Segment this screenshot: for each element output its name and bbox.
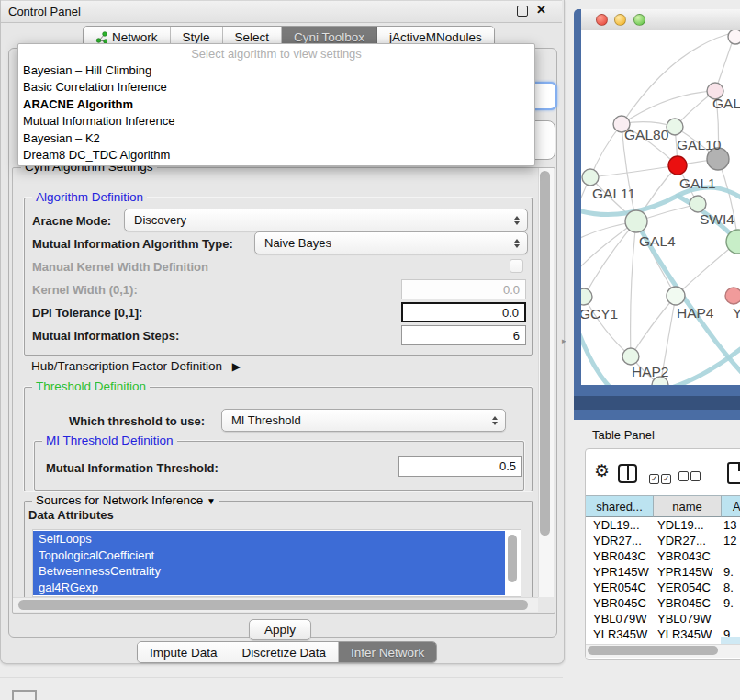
tab-label: Cyni Toolbox: [294, 30, 364, 44]
network-window-frame-navy-band: [574, 396, 740, 410]
column-header-shared-name[interactable]: shared...: [586, 495, 654, 517]
table-row[interactable]: YDR27...YDR27...12: [586, 533, 740, 548]
mi-steps-field[interactable]: 6: [401, 325, 526, 345]
splitter-handle-icon[interactable]: ▸: [562, 336, 566, 345]
hub-transcription-label: Hub/Transcription Factor Definition: [31, 359, 222, 373]
network-node-gal4[interactable]: [625, 210, 647, 232]
bottom-divider: [0, 677, 563, 678]
table-panel-title: Table Panel: [592, 428, 655, 442]
network-node-swi4[interactable]: [690, 196, 706, 212]
table-horizontal-scrollbar-thumb[interactable]: [588, 646, 718, 655]
table-cell: YPR145W: [586, 565, 654, 579]
mi-threshold-field[interactable]: 0.5: [398, 456, 522, 477]
network-node-gal1[interactable]: [668, 156, 687, 175]
tab-label: Network: [112, 30, 158, 44]
network-window-titlebar[interactable]: [581, 9, 740, 31]
dropdown-item-dream8[interactable]: Dream8 DC_TDC Algorithm: [18, 147, 534, 164]
table-row[interactable]: YBR045CYBR045C9.: [586, 595, 740, 611]
hub-transcription-section-toggle[interactable]: Hub/Transcription Factor Definition ▶: [31, 359, 241, 373]
attribute-list-item[interactable]: gal4RGexp: [33, 580, 505, 596]
data-attributes-label: Data Attributes: [28, 508, 114, 522]
tab-label: Impute Data: [150, 646, 218, 660]
apply-button[interactable]: Apply: [249, 619, 311, 640]
network-node-label: GAL11: [592, 186, 635, 201]
float-icon[interactable]: [517, 6, 528, 17]
split-columns-icon[interactable]: [618, 464, 637, 483]
bottom-left-partial-window-icon[interactable]: [12, 690, 37, 700]
network-node-salmon[interactable]: [725, 288, 740, 304]
dropdown-item-bayesian-hill-climbing[interactable]: Bayesian – Hill Climbing: [18, 62, 534, 79]
network-node-hap2[interactable]: [622, 348, 639, 365]
table-row[interactable]: YER054CYER054C8.: [586, 580, 740, 595]
attribute-list-item[interactable]: BetweennessCentrality: [33, 563, 505, 580]
column-header-name[interactable]: name: [654, 495, 722, 517]
network-edge: [631, 296, 676, 356]
table-cell: YDR27...: [586, 534, 654, 548]
network-node-top-partial[interactable]: [728, 30, 740, 44]
control-panel-title: Control Panel: [8, 5, 81, 18]
network-node-hap4[interactable]: [667, 287, 685, 305]
algorithm-definition-title: Algorithm Definition: [32, 190, 147, 204]
tab-discretize-data[interactable]: Discretize Data: [230, 642, 340, 662]
kernel-width-field[interactable]: 0.0: [401, 279, 526, 299]
manual-kernel-label: Manual Kernel Width Definition: [32, 260, 208, 274]
network-window-frame-left: [574, 9, 581, 420]
mi-threshold-label: Mutual Information Threshold:: [46, 461, 219, 475]
network-icon: [95, 31, 107, 43]
select-none-unchecked-icon[interactable]: [678, 469, 701, 485]
select-all-checked-icon[interactable]: ✓✓: [649, 469, 671, 485]
table-row[interactable]: YBR043CYBR043C: [586, 548, 740, 564]
table-cell: YBR045C: [586, 596, 654, 610]
stepper-arrows-icon: [514, 216, 520, 225]
attribute-list-item[interactable]: SelfLoops: [33, 531, 505, 548]
table-cell: YLR345W: [654, 627, 722, 641]
zoom-traffic-light-icon[interactable]: [633, 14, 645, 26]
aracne-mode-combo[interactable]: Discovery: [124, 209, 528, 231]
attribute-list-item[interactable]: TopologicalCoefficient: [33, 548, 505, 564]
network-node-gal10[interactable]: [667, 119, 683, 135]
minimize-traffic-light-icon[interactable]: [614, 14, 626, 26]
table-cell: YDL19...: [586, 518, 654, 532]
tab-impute-data[interactable]: Impute Data: [138, 642, 230, 662]
which-threshold-combo[interactable]: MI Threshold: [221, 409, 506, 432]
network-node-label: GAL80: [624, 127, 669, 142]
table-cell: YDR27...: [654, 534, 722, 548]
table-cell: 9.: [722, 596, 740, 610]
chevron-down-icon: ▼: [207, 496, 216, 506]
table-cell: YER054C: [586, 581, 654, 594]
document-icon[interactable]: [727, 462, 740, 484]
table-row[interactable]: YDL19...YDL19...13: [586, 517, 740, 533]
close-icon[interactable]: ✕: [536, 3, 546, 17]
dropdown-item-basic-correlation[interactable]: Basic Correlation Inference: [18, 79, 534, 96]
settings-vertical-scrollbar-thumb[interactable]: [540, 171, 550, 536]
column-header-partial[interactable]: A: [722, 495, 740, 517]
network-edge: [590, 124, 622, 177]
algorithm-definition-group: Algorithm Definition Aracne Mode: Discov…: [24, 198, 533, 356]
dpi-tolerance-field[interactable]: 0.0: [401, 302, 526, 322]
attributes-scrollbar-thumb[interactable]: [508, 535, 517, 582]
settings-horizontal-scrollbar-thumb[interactable]: [18, 600, 528, 610]
table-row[interactable]: YBL079WYBL079W: [586, 611, 740, 627]
dropdown-item-mutual-information[interactable]: Mutual Information Inference: [18, 113, 534, 130]
algorithm-dropdown-popup: Select algorithm to view settings Bayesi…: [17, 43, 535, 166]
network-node-gcy1[interactable]: [581, 288, 592, 305]
table-cell: YER054C: [654, 581, 722, 594]
kernel-width-label: Kernel Width (0,1):: [32, 283, 138, 297]
mi-threshold-group: MI Threshold Definition Mutual Informati…: [34, 441, 524, 491]
tab-infer-network[interactable]: Infer Network: [339, 642, 436, 662]
gear-icon[interactable]: ⚙: [594, 460, 610, 481]
tab-label: Infer Network: [351, 646, 424, 660]
dropdown-item-bayesian-k2[interactable]: Bayesian – K2: [18, 130, 534, 147]
close-traffic-light-icon[interactable]: [596, 14, 608, 26]
network-canvas[interactable]: GALGAL80GAL10GAL1GAL11GAL4SWI4GCY1HAP4YH…: [581, 30, 740, 385]
mi-type-combo[interactable]: Naive Bayes: [254, 231, 528, 254]
data-attributes-list[interactable]: SelfLoopsTopologicalCoefficientBetweenne…: [32, 529, 521, 597]
table-row[interactable]: YPR145WYPR145W9.: [586, 564, 740, 580]
sources-group-title[interactable]: Sources for Network Inference ▼: [32, 493, 219, 507]
manual-kernel-checkbox[interactable]: [510, 259, 523, 273]
table-cell: YBR045C: [654, 596, 722, 610]
dropdown-item-aracne[interactable]: ARACNE Algorithm: [18, 96, 534, 113]
network-node-gal11[interactable]: [582, 169, 599, 186]
table-cell: 8.: [722, 581, 740, 594]
table-row[interactable]: YLR345WYLR345W9.: [586, 627, 740, 642]
